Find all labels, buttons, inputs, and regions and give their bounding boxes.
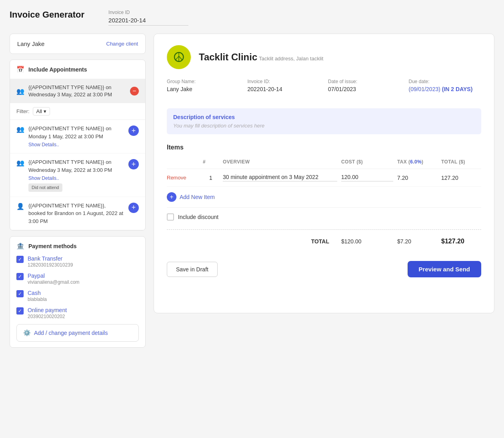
description-title: Description of services — [173, 114, 475, 120]
clinic-address: Tacklit address, Jalan tacklit — [259, 56, 323, 62]
paypal-checkbox[interactable]: ✓ — [16, 273, 24, 280]
remove-item-link[interactable]: Remove — [167, 175, 199, 181]
totals-divider — [167, 229, 481, 230]
add-appointment-button-0[interactable]: + — [128, 125, 139, 136]
appointment-list-icon-single: 👤 — [16, 203, 24, 210]
include-discount-checkbox[interactable] — [167, 213, 174, 221]
preview-send-button[interactable]: Preview and Send — [408, 261, 481, 277]
online-payment-checkbox[interactable]: ✓ — [16, 307, 24, 315]
include-appointments-card: 📅 Include Appointments 👥 {{APPOINTMENT T… — [10, 60, 146, 231]
description-placeholder: You may fill description of services her… — [173, 123, 475, 129]
item-tax: 7.20 — [397, 175, 437, 181]
payment-detail-1: vivianaliena@gmail.com — [28, 279, 80, 285]
bank-transfer-checkbox[interactable]: ✓ — [16, 256, 24, 263]
add-appointment-button-1[interactable]: + — [128, 159, 139, 169]
clinic-info: Tacklit Clinic Tacklit address, Jalan ta… — [199, 52, 323, 63]
total-subtotal: $120.00 — [341, 238, 393, 245]
date-of-issue-label: Date of issue: — [328, 79, 401, 84]
peace-icon: ☮ — [173, 49, 185, 65]
include-appointments-title: Include Appointments — [28, 66, 87, 73]
payment-detail-3: 20390210020202 — [28, 314, 67, 319]
invoice-panel: ☮ Tacklit Clinic Tacklit address, Jalan … — [154, 34, 494, 313]
invoice-actions: Save in Draft Preview and Send — [167, 261, 481, 277]
add-appointment-button-2[interactable]: + — [128, 203, 139, 213]
tax-rate-link[interactable]: 6.0% — [410, 159, 422, 165]
item-cost[interactable]: 120.00 — [341, 174, 393, 181]
payment-methods-card: 🏦 Payment methods ✓ Bank Transfer 128203… — [10, 236, 146, 348]
table-row: Remove 1 30 minute appointment on 3 May … — [167, 169, 481, 187]
clinic-logo: ☮ — [167, 45, 191, 69]
col-header-3: COST ($) — [341, 159, 393, 165]
invoice-id-meta-value: 202201-20-14 — [248, 86, 282, 92]
list-item: 👥 {{APPOINTMENT TYPE NAME}} on Wednesday… — [10, 153, 145, 197]
payment-name-3[interactable]: Online payment — [28, 307, 67, 313]
due-date-link[interactable]: (09/01/2023) — [409, 86, 440, 92]
discount-row: Include discount — [167, 208, 481, 226]
meta-due-date: Due date: (09/01/2023) (IN 2 DAYS) — [409, 79, 482, 92]
items-section: Items # OVERVIEW COST ($) TAX (6.0%) TOT… — [167, 144, 481, 250]
total-grand: $127.20 — [441, 238, 481, 245]
appointment-list-text: {{APPOINTMENT TYPE NAME}} on Wednesday 3… — [28, 158, 112, 192]
add-new-item-button[interactable]: Add New Item — [180, 194, 215, 200]
items-table: # OVERVIEW COST ($) TAX (6.0%) TOTAL ($)… — [167, 157, 481, 226]
change-client-link[interactable]: Change client — [106, 41, 138, 47]
total-tax: $7.20 — [397, 238, 437, 245]
appointment-list-icon: 👥 — [16, 159, 24, 167]
col-header-4: TAX (6.0%) — [397, 159, 437, 165]
appointment-list-text: {{APPOINTMENT TYPE NAME}} on Monday 1 Ma… — [28, 125, 112, 148]
list-item: 👥 {{APPOINTMENT TYPE NAME}} on Monday 1 … — [10, 120, 145, 153]
include-appointments-header: 📅 Include Appointments — [10, 60, 145, 79]
calendar-icon: 📅 — [16, 66, 24, 73]
remove-appointment-button[interactable]: − — [130, 87, 139, 96]
app-title: Invoice Generator — [10, 10, 84, 20]
group-name-label: Group Name: — [167, 79, 240, 84]
gear-icon: ⚙️ — [23, 329, 31, 336]
payment-item-1: ✓ Paypal vivianaliena@gmail.com — [16, 273, 139, 285]
save-draft-button[interactable]: Save in Draft — [167, 262, 218, 277]
appointment-selected-icon: 👥 — [16, 88, 24, 95]
appointment-selected-text: {{APPOINTMENT TYPE NAME}} on Wednesday 3… — [28, 84, 112, 98]
show-details-link-1[interactable]: Show Details.. — [28, 175, 112, 182]
invoice-id-section: Invoice ID 202201-20-14 — [108, 10, 188, 26]
invoice-id-meta-label: Invoice ID: — [248, 79, 320, 84]
payment-name-1[interactable]: Paypal — [28, 273, 80, 279]
items-title: Items — [167, 144, 481, 151]
payment-item-2: ✓ Cash blablabla — [16, 290, 139, 302]
add-payment-button[interactable]: ⚙️ Add / change payment details — [16, 324, 139, 342]
col-header-0 — [167, 159, 199, 165]
description-section[interactable]: Description of services You may fill des… — [167, 108, 481, 134]
col-header-2: OVERVIEW — [223, 159, 337, 165]
invoice-id-value[interactable]: 202201-20-14 — [108, 17, 188, 26]
col-header-5: TOTAL ($) — [441, 159, 481, 165]
client-name: Lany Jake — [17, 40, 44, 47]
meta-group-name: Group Name: Lany Jake — [167, 79, 240, 92]
col-header-1: # — [203, 159, 219, 165]
filter-select[interactable]: All ▾ — [33, 107, 50, 115]
payment-name-2[interactable]: Cash — [28, 290, 47, 296]
payment-name-0[interactable]: Bank Transfer — [28, 255, 73, 262]
due-date-value: (09/01/2023) (IN 2 DAYS) — [409, 86, 473, 92]
invoice-meta: Group Name: Lany Jake Invoice ID: 202201… — [167, 79, 481, 100]
include-discount-label: Include discount — [178, 214, 218, 220]
item-overview[interactable]: 30 minute appointment on 3 May 2022 — [223, 174, 337, 181]
clinic-name: Tacklit Clinic — [199, 52, 257, 62]
appointment-list-icon: 👥 — [16, 125, 24, 133]
meta-date-of-issue: Date of issue: 07/01/2023 — [328, 79, 401, 92]
totals-row: TOTAL $120.00 $7.20 $127.20 — [167, 233, 481, 250]
item-total: 127.20 — [441, 175, 481, 181]
due-date-label: Due date: — [409, 79, 482, 84]
selected-appointment: 👥 {{APPOINTMENT TYPE NAME}} on Wednesday… — [10, 79, 145, 103]
filter-label: Filter: — [16, 108, 30, 114]
show-details-link-0[interactable]: Show Details.. — [28, 141, 112, 148]
invoice-header: ☮ Tacklit Clinic Tacklit address, Jalan … — [167, 45, 481, 69]
left-panel: Lany Jake Change client 📅 Include Appoin… — [10, 34, 146, 348]
cash-checkbox[interactable]: ✓ — [16, 290, 24, 297]
add-new-item-icon[interactable]: + — [167, 192, 176, 202]
filter-row: Filter: All ▾ — [10, 103, 145, 120]
add-new-item-row[interactable]: + Add New Item — [167, 187, 481, 208]
client-card: Lany Jake Change client — [10, 34, 146, 54]
payment-item-3: ✓ Online payment 20390210020202 — [16, 307, 139, 319]
bank-icon: 🏦 — [16, 242, 24, 250]
meta-invoice-id: Invoice ID: 202201-20-14 — [248, 79, 320, 92]
payment-methods-title: Payment methods — [28, 243, 77, 249]
